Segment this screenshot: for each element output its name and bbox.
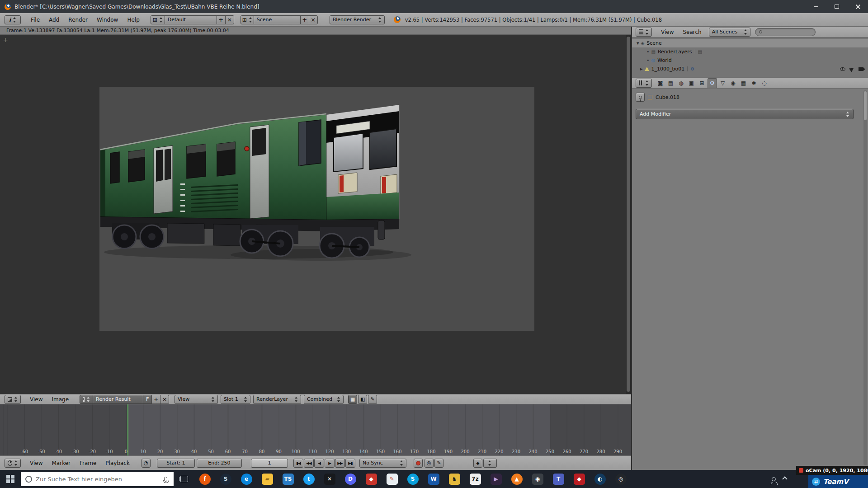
pin-button[interactable] bbox=[636, 93, 645, 102]
draw-channels-button[interactable] bbox=[348, 395, 357, 404]
record-button[interactable] bbox=[414, 459, 423, 468]
paint-icon[interactable]: ✎ bbox=[382, 470, 402, 488]
menu-window[interactable]: Window bbox=[92, 17, 123, 23]
steam-icon[interactable]: S bbox=[215, 470, 236, 488]
file-explorer-icon[interactable]: ▰ bbox=[257, 470, 278, 488]
image-editor-type-button[interactable] bbox=[5, 395, 21, 404]
world-tab[interactable]: ◍ bbox=[676, 78, 686, 88]
sevenzip-icon[interactable]: 7z bbox=[465, 470, 486, 488]
menu-render[interactable]: Render bbox=[64, 17, 92, 23]
task-view-button[interactable] bbox=[174, 470, 194, 488]
object-data-tab[interactable]: ▽ bbox=[718, 78, 727, 88]
frame-end-field[interactable]: End: 250 bbox=[197, 459, 242, 468]
store-icon[interactable]: ◆ bbox=[361, 470, 382, 488]
image-editor-canvas[interactable]: + bbox=[0, 35, 631, 394]
camera-app-icon[interactable]: ◉ bbox=[527, 470, 548, 488]
paint-mode-button[interactable] bbox=[368, 395, 377, 404]
renderlayer-toggle-icon[interactable] bbox=[698, 49, 702, 55]
menu-frame[interactable]: Frame bbox=[75, 460, 101, 466]
menu-view[interactable]: View bbox=[25, 460, 47, 466]
menu-playback[interactable]: Playback bbox=[101, 460, 134, 466]
image-editor-scrollbar[interactable] bbox=[626, 35, 631, 394]
x-app-icon[interactable]: ✕ bbox=[319, 470, 340, 488]
teams-icon[interactable]: T bbox=[548, 470, 569, 488]
properties-scrollbar[interactable] bbox=[863, 90, 867, 465]
search-input[interactable] bbox=[36, 476, 160, 483]
menu-marker[interactable]: Marker bbox=[47, 460, 75, 466]
image-name-field[interactable]: Render Result bbox=[93, 395, 143, 404]
word-icon[interactable]: W bbox=[423, 470, 444, 488]
render-layer-dropdown[interactable]: RenderLayer bbox=[253, 395, 301, 404]
scrollbar-handle[interactable] bbox=[864, 91, 867, 120]
menu-file[interactable]: File bbox=[26, 17, 44, 23]
add-modifier-dropdown[interactable]: Add Modifier bbox=[636, 109, 854, 119]
menu-help[interactable]: Help bbox=[123, 17, 144, 23]
scene-delete-button[interactable] bbox=[309, 15, 318, 24]
screen-layout-browse-button[interactable] bbox=[151, 15, 165, 24]
image-browse-button[interactable] bbox=[80, 395, 93, 404]
render-tab[interactable]: ◙ bbox=[656, 78, 665, 88]
renderability-camera-icon[interactable] bbox=[859, 67, 863, 71]
screen-layout-delete-button[interactable] bbox=[225, 15, 234, 24]
timeline-editor-type-button[interactable] bbox=[5, 459, 21, 468]
jump-to-prev-keyframe-button[interactable]: ◀◀ bbox=[304, 459, 314, 468]
play-button[interactable]: ▶ bbox=[325, 459, 335, 468]
view-mode-dropdown[interactable]: View bbox=[175, 395, 218, 404]
audio-scrub-toggle[interactable] bbox=[425, 459, 434, 468]
scene-add-button[interactable] bbox=[300, 15, 309, 24]
jump-to-start-button[interactable]: ▮◀ bbox=[293, 459, 303, 468]
keying-set-dropdown[interactable] bbox=[483, 459, 497, 468]
video-player-icon[interactable]: ▶ bbox=[486, 470, 506, 488]
twitter-icon[interactable]: t bbox=[298, 470, 319, 488]
taskbar-search[interactable] bbox=[21, 472, 174, 486]
discord-icon[interactable]: D bbox=[340, 470, 361, 488]
outliner-item-object[interactable]: 1_1000_bo01 bbox=[632, 65, 868, 73]
maximize-button[interactable] bbox=[826, 0, 847, 13]
menu-view[interactable]: View bbox=[656, 29, 678, 35]
outliner-item-world[interactable]: World bbox=[632, 56, 868, 65]
vlc-icon[interactable]: ▲ bbox=[506, 470, 527, 488]
preview-range-toggle[interactable] bbox=[142, 459, 151, 468]
image-new-button[interactable] bbox=[151, 395, 160, 404]
frame-drop-toggle[interactable] bbox=[434, 459, 443, 468]
jump-to-end-button[interactable]: ▶▮ bbox=[345, 459, 355, 468]
region-split-widget[interactable]: + bbox=[3, 38, 8, 43]
menu-add[interactable]: Add bbox=[44, 17, 64, 23]
constraints-tab[interactable]: ⊞ bbox=[697, 78, 707, 88]
menu-image[interactable]: Image bbox=[47, 396, 73, 403]
start-button[interactable] bbox=[0, 470, 21, 488]
play-reverse-button[interactable]: ◀ bbox=[314, 459, 324, 468]
outliner-item-scene[interactable]: Scene bbox=[632, 39, 868, 47]
physics-tab[interactable]: ◌ bbox=[760, 78, 769, 88]
outliner-item-renderlayers[interactable]: RenderLayers bbox=[632, 47, 868, 56]
game-icon[interactable]: ◆ bbox=[569, 470, 590, 488]
render-slot-dropdown[interactable]: Slot 1 bbox=[221, 395, 250, 404]
screen-layout-name-field[interactable]: Default bbox=[165, 15, 217, 24]
edge-icon[interactable]: e bbox=[236, 470, 257, 488]
teamspeak-icon[interactable]: TS bbox=[278, 470, 298, 488]
outliner-editor-type-button[interactable] bbox=[636, 28, 652, 37]
draw-alpha-button[interactable] bbox=[358, 395, 367, 404]
texture-tab[interactable]: ▦ bbox=[739, 78, 748, 88]
timeline-canvas[interactable]: -60-50-40-30-20-100102030405060708090100… bbox=[0, 404, 631, 455]
chess-app-icon[interactable]: ♞ bbox=[444, 470, 465, 488]
material-tab[interactable]: ◉ bbox=[728, 78, 738, 88]
frame-start-field[interactable]: Start: 1 bbox=[157, 459, 195, 468]
tray-expand-icon[interactable] bbox=[782, 476, 787, 481]
minimize-button[interactable] bbox=[806, 0, 826, 13]
firefox-icon[interactable]: f bbox=[194, 470, 215, 488]
render-pass-dropdown[interactable]: Combined bbox=[304, 395, 344, 404]
user-icon[interactable] bbox=[772, 477, 776, 481]
scrollbar-handle[interactable] bbox=[627, 37, 630, 392]
selectability-cursor-icon[interactable] bbox=[849, 66, 855, 72]
fake-user-button[interactable]: F bbox=[143, 395, 152, 404]
menu-view[interactable]: View bbox=[25, 396, 47, 403]
modifiers-tab[interactable]: ⚙ bbox=[708, 78, 717, 88]
object-tab[interactable]: ▣ bbox=[687, 78, 696, 88]
insert-keyframe-button[interactable] bbox=[473, 459, 482, 468]
scene-tab[interactable]: ▤ bbox=[666, 78, 675, 88]
particles-tab[interactable]: ✱ bbox=[749, 78, 759, 88]
properties-editor-type-button[interactable] bbox=[636, 79, 652, 88]
close-button[interactable] bbox=[847, 0, 868, 13]
image-unlink-button[interactable] bbox=[160, 395, 169, 404]
